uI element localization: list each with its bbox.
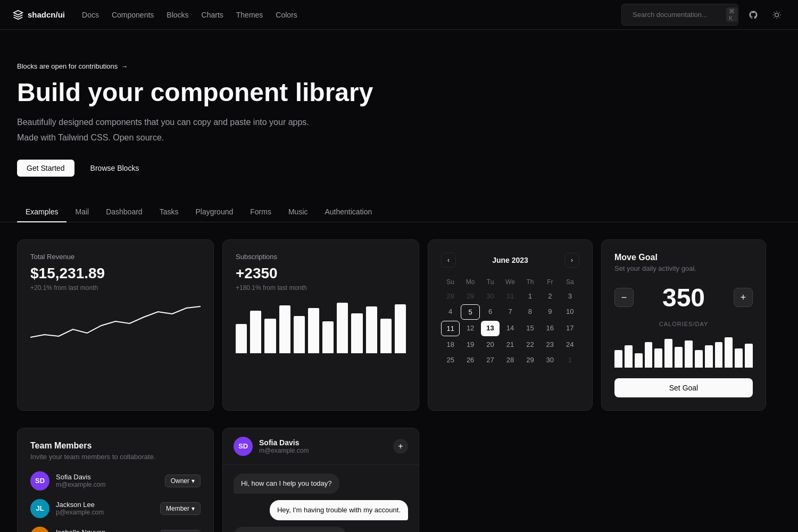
cal-header-sa: Sa	[561, 276, 579, 288]
tab-mail[interactable]: Mail	[66, 202, 97, 222]
cal-day[interactable]: 23	[541, 337, 559, 352]
team-member-row: SD Sofia Davis m@example.com Owner ▾	[30, 471, 201, 491]
revenue-label: Total Revenue	[30, 253, 201, 261]
tab-examples[interactable]: Examples	[17, 202, 66, 222]
member-name: Jackson Lee	[56, 501, 154, 509]
nav-colors[interactable]: Colors	[276, 11, 297, 19]
cal-day[interactable]: 15	[521, 321, 539, 336]
cal-day[interactable]: 8	[521, 304, 539, 320]
svg-line-5	[779, 17, 779, 18]
move-goal-card: Move Goal Set your daily activity goal. …	[601, 239, 766, 411]
bar-11	[380, 319, 392, 353]
tab-authentication[interactable]: Authentication	[317, 202, 381, 222]
goal-bar	[745, 344, 753, 368]
role-dropdown-jackson[interactable]: Member ▾	[160, 502, 201, 515]
svg-line-8	[774, 17, 775, 18]
chat-header: SD Sofia Davis m@example.com +	[223, 428, 419, 465]
cal-day[interactable]: 29	[461, 289, 479, 303]
nav-right: ⌘ K	[621, 4, 785, 26]
github-button[interactable]	[745, 6, 762, 23]
goal-bar	[695, 350, 703, 368]
browse-blocks-button[interactable]: Browse Blocks	[81, 160, 149, 177]
hero-title: Build your component library	[17, 79, 781, 107]
hero-badge[interactable]: Blocks are open for contributions →	[17, 62, 128, 70]
cal-day[interactable]: 28	[501, 353, 519, 367]
tab-forms[interactable]: Forms	[242, 202, 280, 222]
role-dropdown-isabella[interactable]: Member ▾	[160, 530, 201, 532]
cal-day[interactable]: 10	[561, 304, 579, 320]
cal-day[interactable]: 18	[441, 337, 460, 352]
nav-components[interactable]: Components	[112, 11, 154, 19]
cal-day-5[interactable]: 5	[461, 304, 479, 320]
goal-bar	[685, 340, 693, 368]
cal-day[interactable]: 16	[541, 321, 559, 336]
goal-bar	[715, 342, 723, 368]
goal-subtitle: Set your daily activity goal.	[614, 264, 753, 272]
calendar-prev-button[interactable]: ‹	[441, 253, 456, 268]
get-started-button[interactable]: Get Started	[17, 160, 74, 177]
goal-bar	[625, 345, 633, 368]
subs-amount: +2350	[236, 265, 406, 282]
cal-day[interactable]: 21	[501, 337, 519, 352]
bar-7	[322, 321, 334, 353]
cal-day[interactable]: 26	[461, 353, 479, 367]
goal-unit: CALORIES/DAY	[614, 321, 753, 327]
chat-bubble-sent: Hey, I'm having trouble with my account.	[270, 500, 408, 520]
cal-day[interactable]: 28	[441, 289, 460, 303]
hero-section: Blocks are open for contributions → Buil…	[0, 30, 798, 202]
set-goal-button[interactable]: Set Goal	[614, 378, 753, 397]
navbar: shadcn/ui Docs Components Blocks Charts …	[0, 0, 798, 30]
cal-day[interactable]: 19	[461, 337, 479, 352]
nav-blocks[interactable]: Blocks	[167, 11, 188, 19]
cal-day[interactable]: 14	[501, 321, 519, 336]
cal-day[interactable]: 30	[481, 289, 500, 303]
cal-day[interactable]: 25	[441, 353, 460, 367]
cal-day[interactable]: 4	[441, 304, 460, 320]
calendar-next-button[interactable]: ›	[564, 253, 579, 268]
calendar-header: ‹ June 2023 ›	[441, 253, 579, 268]
tab-tasks[interactable]: Tasks	[151, 202, 187, 222]
cal-day[interactable]: 2	[541, 289, 559, 303]
cal-day[interactable]: 24	[561, 337, 579, 352]
cal-day[interactable]: 6	[481, 304, 500, 320]
cal-day[interactable]: 27	[481, 353, 500, 367]
nav-charts[interactable]: Charts	[202, 11, 223, 19]
goal-bar	[635, 353, 643, 368]
search-input[interactable]	[633, 11, 722, 19]
search-shortcut: ⌘ K	[726, 7, 737, 22]
role-dropdown-sofia[interactable]: Owner ▾	[165, 475, 201, 487]
goal-minus-button[interactable]: −	[614, 288, 634, 307]
cal-day[interactable]: 22	[521, 337, 539, 352]
nav-docs[interactable]: Docs	[82, 11, 99, 19]
cal-header-fr: Fr	[541, 276, 559, 288]
logo[interactable]: shadcn/ui	[13, 10, 65, 20]
cal-day[interactable]: 17	[561, 321, 579, 336]
revenue-sparkline	[30, 300, 201, 343]
tab-music[interactable]: Music	[280, 202, 317, 222]
nav-themes[interactable]: Themes	[236, 11, 263, 19]
cal-day[interactable]: 1	[521, 289, 539, 303]
chat-card: SD Sofia Davis m@example.com + Hi, how c…	[222, 428, 419, 532]
member-name: Sofia Davis	[56, 473, 159, 481]
cal-day[interactable]: 31	[501, 289, 519, 303]
cal-day[interactable]: 20	[481, 337, 500, 352]
cal-header-su: Su	[441, 276, 460, 288]
chat-add-button[interactable]: +	[393, 439, 408, 454]
cal-day[interactable]: 29	[521, 353, 539, 367]
cal-day-today[interactable]: 13	[481, 321, 500, 336]
svg-line-4	[774, 12, 775, 12]
cal-day[interactable]: 9	[541, 304, 559, 320]
cal-day[interactable]: 1	[561, 353, 579, 367]
cal-day[interactable]: 30	[541, 353, 559, 367]
cal-day[interactable]: 3	[561, 289, 579, 303]
theme-toggle-button[interactable]	[768, 6, 785, 23]
goal-plus-button[interactable]: +	[734, 288, 753, 307]
tab-dashboard[interactable]: Dashboard	[97, 202, 151, 222]
tab-playground[interactable]: Playground	[187, 202, 242, 222]
cal-day[interactable]: 7	[501, 304, 519, 320]
cal-day[interactable]: 12	[461, 321, 479, 336]
revenue-sub: +20.1% from last month	[30, 284, 201, 292]
cal-day-11[interactable]: 11	[441, 321, 460, 336]
chevron-down-icon: ▾	[192, 505, 195, 512]
search-box[interactable]: ⌘ K	[621, 4, 738, 26]
